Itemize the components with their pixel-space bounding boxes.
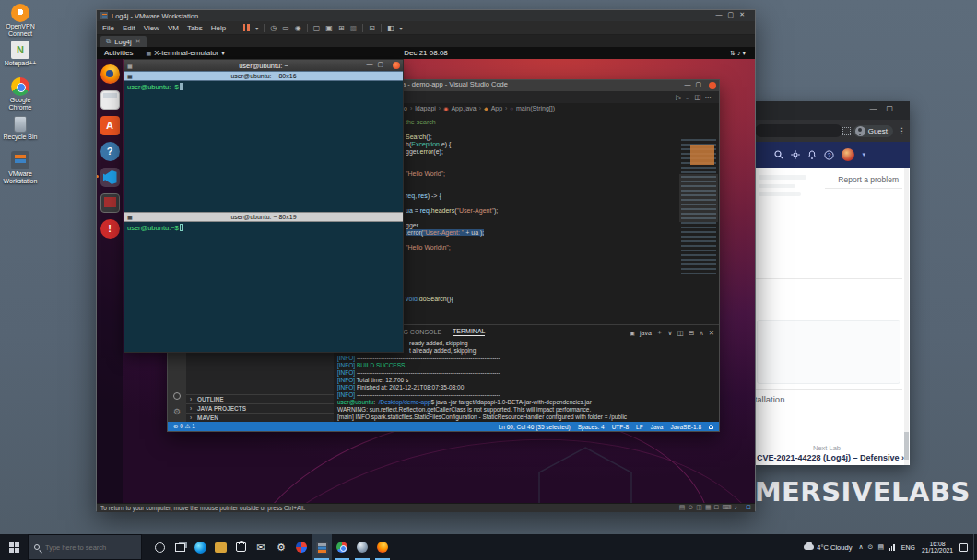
dock-help[interactable]: ?: [100, 142, 120, 161]
menu-vm[interactable]: VM: [168, 24, 179, 32]
cursor-position-status[interactable]: Ln 60, Col 46 (35 selected): [499, 424, 571, 430]
taskbar-clock[interactable]: 16:08 21/12/2021: [922, 541, 953, 554]
eol-status[interactable]: LF: [636, 424, 643, 430]
minimize-icon[interactable]: —: [716, 11, 728, 18]
close-icon[interactable]: [709, 82, 716, 89]
account-icon[interactable]: [173, 392, 181, 400]
taskbar-task-view[interactable]: [170, 534, 190, 560]
show-desktop-button[interactable]: [973, 534, 977, 560]
encoding-status[interactable]: UTF-8: [612, 424, 629, 430]
folder-icon[interactable]: ▤: [877, 543, 884, 551]
next-lab-link[interactable]: CVE-2021-44228 (Log4j) – Defensive ›: [757, 453, 904, 462]
vm-network-device-icon[interactable]: ⊡: [746, 504, 751, 511]
snapshot-clock-icon[interactable]: ◷: [270, 24, 277, 32]
unity-view-icon[interactable]: ▩: [350, 24, 358, 32]
desktop-icon-openvpn[interactable]: OpenVPN Connect: [0, 4, 41, 37]
address-bar[interactable]: [755, 124, 842, 137]
apps-grid-icon[interactable]: [842, 127, 851, 135]
suspend-icon[interactable]: [243, 24, 250, 31]
layout-single-icon[interactable]: ▢: [313, 24, 321, 32]
grid-view-icon[interactable]: ⊞: [338, 24, 345, 32]
close-panel-icon[interactable]: ✕: [709, 329, 714, 337]
dock-firefox[interactable]: [100, 64, 120, 84]
new-terminal-icon[interactable]: ＋: [656, 328, 664, 337]
report-a-problem-link[interactable]: Report a problem: [838, 175, 899, 184]
dock-files[interactable]: [100, 90, 120, 110]
taskbar-photos[interactable]: [291, 534, 312, 560]
chevron-down-icon[interactable]: ∨: [667, 329, 673, 337]
menu-file[interactable]: File: [102, 24, 114, 32]
search-icon[interactable]: [774, 150, 783, 159]
weather-widget[interactable]: 4°C Cloudy: [804, 543, 852, 552]
record-icon[interactable]: ◉: [295, 24, 301, 32]
kill-terminal-icon[interactable]: ⊟: [689, 329, 694, 337]
more-actions-icon[interactable]: ⋯: [705, 93, 716, 101]
browser-titlebar[interactable]: —▢: [751, 101, 910, 120]
taskbar-network-globe[interactable]: [352, 534, 372, 560]
run-icon[interactable]: ▷: [676, 93, 685, 101]
taskbar-store[interactable]: [230, 534, 251, 560]
profile-button[interactable]: Guest: [853, 125, 893, 137]
layout-split-icon[interactable]: ▣: [325, 24, 333, 32]
vm-tab-log4j[interactable]: ⧉ Log4j ✕: [100, 36, 147, 47]
settings-gear-icon[interactable]: ⚙: [168, 407, 186, 416]
terminal-pane-top-header[interactable]: ▦ user@ubuntu: ~ 80x16: [124, 71, 403, 81]
desktop-icon-notepadpp[interactable]: N Notepad++: [0, 41, 41, 67]
indentation-status[interactable]: Spaces: 4: [578, 424, 605, 430]
terminal-pane-top[interactable]: user@ubuntu:~$: [124, 81, 403, 212]
desktop-icon-vmware[interactable]: VMware Workstation: [0, 151, 41, 184]
tab-terminal[interactable]: TERMINAL: [453, 328, 485, 336]
minimize-icon[interactable]: —: [366, 61, 377, 67]
vm-device-icons[interactable]: ▤⊙◫▦⊟⌨♪: [679, 504, 740, 511]
terminal-shell-label[interactable]: java: [640, 330, 652, 336]
start-button[interactable]: [0, 534, 28, 560]
system-status-icons[interactable]: ⇅♪▾: [730, 50, 747, 57]
console-icon[interactable]: ▭: [282, 24, 289, 32]
menu-edit[interactable]: Edit: [123, 24, 135, 32]
taskbar-firefox[interactable]: [372, 534, 393, 560]
settings-gear-icon[interactable]: [791, 150, 800, 159]
taskbar-game-bar[interactable]: [210, 534, 230, 560]
action-center-icon[interactable]: [959, 543, 968, 552]
microphone-icon[interactable]: ⊙: [868, 543, 874, 551]
close-icon[interactable]: ✕: [739, 11, 750, 18]
maximize-panel-icon[interactable]: ∧: [699, 329, 704, 337]
chevron-down-icon[interactable]: ▾: [399, 25, 402, 31]
jdk-status[interactable]: JavaSE-1.8: [670, 424, 701, 430]
dock-ubuntu-software[interactable]: A: [100, 116, 120, 135]
terminal-pane-bottom-header[interactable]: ▦ user@ubuntu: ~ 80x19: [124, 212, 403, 222]
chevron-down-icon[interactable]: ⌄: [685, 93, 694, 101]
maximize-icon[interactable]: ▢: [886, 104, 902, 112]
fullscreen-icon[interactable]: ◧: [387, 24, 394, 32]
chevron-down-icon[interactable]: ▾: [862, 151, 865, 158]
notifications-bell-icon[interactable]: [709, 425, 713, 429]
app-indicator[interactable]: ▦ X-terminal-emulator ▾: [147, 49, 225, 57]
menu-view[interactable]: View: [144, 24, 159, 32]
desktop-icon-chrome[interactable]: Google Chrome: [0, 77, 41, 111]
minimize-icon[interactable]: —: [684, 81, 695, 88]
help-icon[interactable]: ?: [824, 150, 834, 160]
menu-help[interactable]: Help: [211, 24, 226, 32]
user-avatar[interactable]: [842, 148, 854, 161]
network-icon[interactable]: [889, 544, 895, 551]
close-icon[interactable]: [393, 62, 400, 69]
vmware-titlebar[interactable]: Log4j - VMware Workstation —▢✕: [97, 10, 755, 21]
close-tab-icon[interactable]: ✕: [135, 38, 141, 45]
split-editor-icon[interactable]: ◫: [694, 93, 704, 101]
dock-update-alert[interactable]: !: [100, 219, 120, 239]
minimap-viewport[interactable]: [679, 174, 718, 222]
notifications-bell-icon[interactable]: [807, 150, 817, 159]
sidebar-section-outline[interactable]: OUTLINE: [186, 394, 334, 403]
browser-menu-icon[interactable]: ⋮: [898, 126, 906, 135]
console-view-icon[interactable]: ⊡: [369, 24, 375, 32]
taskbar-settings[interactable]: ⚙: [271, 534, 291, 560]
browser-window-controls[interactable]: —▢: [869, 104, 902, 112]
sidebar-section-java-projects[interactable]: JAVA PROJECTS: [186, 403, 334, 413]
terminal-pane-bottom[interactable]: user@ubuntu:~$: [124, 222, 403, 234]
maximize-icon[interactable]: ▢: [377, 61, 388, 67]
sidebar-section-maven[interactable]: MAVEN: [186, 413, 334, 422]
dock-virtual-machine[interactable]: [100, 193, 120, 213]
taskbar-chrome[interactable]: [332, 534, 352, 560]
minimize-icon[interactable]: —: [869, 104, 886, 112]
terminal-titlebar[interactable]: ▦ user@ubuntu: ~ —▢: [124, 60, 403, 71]
